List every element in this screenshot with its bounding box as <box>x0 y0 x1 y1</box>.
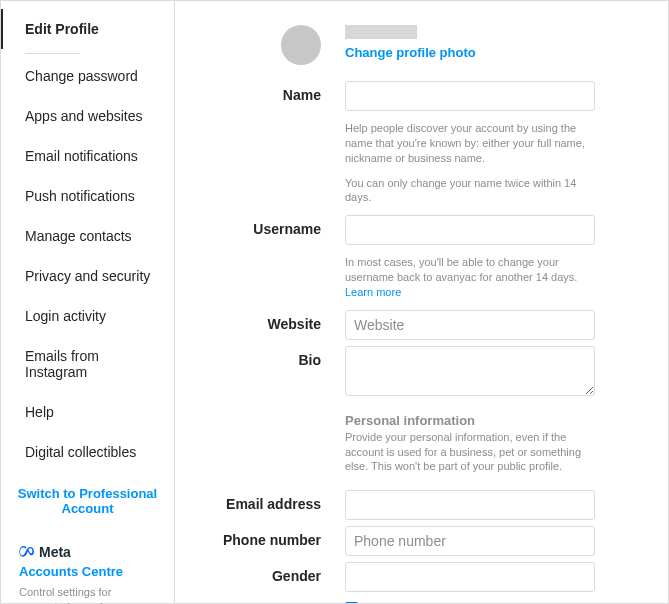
bio-input[interactable] <box>345 346 595 396</box>
sidebar-item-label: Digital collectibles <box>25 444 136 460</box>
username-input[interactable] <box>345 215 595 245</box>
meta-logo: Meta <box>19 544 160 560</box>
change-photo-link[interactable]: Change profile photo <box>345 45 638 60</box>
sidebar-item-manage-contacts[interactable]: Manage contacts <box>1 216 174 256</box>
email-label: Email address <box>226 496 321 512</box>
switch-to-professional[interactable]: Switch to Professional Account <box>1 472 174 530</box>
personal-info-helper: Provide your personal information, even … <box>345 430 605 475</box>
sidebar-item-label: Manage contacts <box>25 228 132 244</box>
sidebar-item-help[interactable]: Help <box>1 392 174 432</box>
website-input[interactable] <box>345 310 595 340</box>
avatar[interactable] <box>281 25 321 65</box>
main-content: Change profile photo Name Help people di… <box>175 1 668 603</box>
sidebar-item-email-notifications[interactable]: Email notifications <box>1 136 174 176</box>
sidebar-item-label: Change password <box>25 68 138 84</box>
sidebar-item-label: Push notifications <box>25 188 135 204</box>
sidebar-item-label: Apps and websites <box>25 108 143 124</box>
meta-description: Control settings for connected experienc… <box>19 585 160 604</box>
name-input[interactable] <box>345 81 595 111</box>
gender-label: Gender <box>272 568 321 584</box>
meta-brand-text: Meta <box>39 544 71 560</box>
sidebar-item-label: Email notifications <box>25 148 138 164</box>
email-input[interactable] <box>345 490 595 520</box>
sidebar-item-label: Privacy and security <box>25 268 150 284</box>
bio-label: Bio <box>298 352 321 368</box>
learn-more-link[interactable]: Learn more <box>345 286 401 298</box>
similar-checkbox-label: Include your account when recommending s… <box>366 600 576 603</box>
name-helper-2: You can only change your name twice with… <box>345 176 605 206</box>
sidebar: Edit Profile Change password Apps and we… <box>1 1 175 603</box>
accounts-centre-link[interactable]: Accounts Centre <box>19 564 160 579</box>
username-display <box>345 25 417 39</box>
username-helper: In most cases, you'll be able to change … <box>345 255 605 300</box>
settings-page: Edit Profile Change password Apps and we… <box>0 0 669 604</box>
avatar-row: Change profile photo <box>205 19 638 65</box>
sidebar-item-emails-from-instagram[interactable]: Emails from Instagram <box>1 336 174 392</box>
sidebar-item-label: Login activity <box>25 308 106 324</box>
sidebar-item-digital-collectibles[interactable]: Digital collectibles <box>1 432 174 472</box>
similar-checkbox[interactable] <box>345 602 358 603</box>
sidebar-item-login-activity[interactable]: Login activity <box>1 296 174 336</box>
personal-info-heading: Personal information <box>345 413 638 428</box>
name-helper-1: Help people discover your account by usi… <box>345 121 605 166</box>
meta-icon <box>19 544 35 560</box>
name-label: Name <box>283 87 321 103</box>
sidebar-nav: Edit Profile Change password Apps and we… <box>1 1 174 472</box>
sidebar-item-label: Edit Profile <box>25 21 99 37</box>
phone-label: Phone number <box>223 532 321 548</box>
sidebar-item-change-password[interactable]: Change password <box>1 56 174 96</box>
sidebar-item-privacy-security[interactable]: Privacy and security <box>1 256 174 296</box>
nav-divider <box>25 53 80 54</box>
sidebar-item-apps-websites[interactable]: Apps and websites <box>1 96 174 136</box>
gender-input[interactable] <box>345 562 595 592</box>
sidebar-item-edit-profile[interactable]: Edit Profile <box>1 9 174 49</box>
sidebar-item-push-notifications[interactable]: Push notifications <box>1 176 174 216</box>
phone-input[interactable] <box>345 526 595 556</box>
username-label: Username <box>253 221 321 237</box>
meta-box: Meta Accounts Centre Control settings fo… <box>1 530 174 604</box>
website-label: Website <box>268 316 321 332</box>
sidebar-item-label: Help <box>25 404 54 420</box>
sidebar-item-label: Emails from Instagram <box>25 348 99 380</box>
